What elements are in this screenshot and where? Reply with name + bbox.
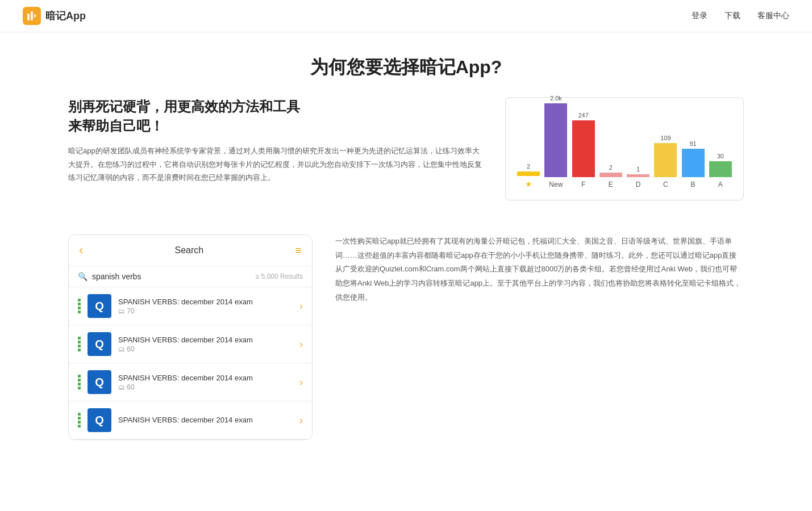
bar-label: A: [718, 181, 723, 189]
search-query-text: spanish verbs: [92, 272, 251, 281]
bar-label: C: [663, 181, 668, 189]
section2: ‹ Search ≡ 🔍 spanish verbs ≥ 5,000 Resul…: [0, 234, 812, 440]
card-icon: Q: [88, 294, 111, 318]
bar-rect: [627, 174, 649, 177]
bar-value: 109: [660, 135, 671, 141]
bar-label: New: [549, 181, 563, 189]
bar-value: 2: [527, 163, 530, 170]
bar-value: 1: [636, 166, 640, 173]
bar-value: 2.0k: [550, 95, 562, 102]
chart-bar-group: 2★: [515, 163, 542, 189]
chart-bars: 2★2.0kNew247F2E1D109C91B30A: [515, 109, 734, 189]
card-dot: [78, 375, 81, 378]
card-arrow-icon: ›: [299, 414, 303, 426]
svg-rect-1: [31, 11, 33, 20]
card-item[interactable]: QSPANISH VERBS: december 2014 exam🗂 60›: [69, 325, 312, 363]
card-name: SPANISH VERBS: december 2014 exam: [118, 416, 293, 424]
card-dot: [78, 307, 81, 309]
nav-download[interactable]: 下载: [724, 11, 740, 21]
card-name: SPANISH VERBS: december 2014 exam: [118, 298, 293, 306]
phone-screen-title: Search: [174, 245, 203, 256]
bar-rect: [654, 143, 677, 177]
card-icon: Q: [88, 370, 111, 394]
phone-header: ‹ Search ≡: [69, 235, 312, 266]
card-name: SPANISH VERBS: december 2014 exam: [118, 336, 293, 344]
bar-label: B: [691, 181, 696, 189]
chart-bar-group: 30A: [707, 153, 734, 189]
card-dots: [78, 413, 81, 428]
card-info: SPANISH VERBS: december 2014 exam🗂 70: [118, 298, 293, 315]
nav-links: 登录 下载 客服中心: [692, 11, 789, 21]
search-results-count: ≥ 5,000 Results: [256, 273, 303, 280]
card-arrow-icon: ›: [299, 376, 303, 388]
logo[interactable]: 暗记App: [23, 7, 86, 25]
chart-area: 2★2.0kNew247F2E1D109C91B30A: [505, 97, 744, 200]
card-dots: [78, 299, 81, 313]
section1-left: 别再死记硬背，用更高效的方法和工具来帮助自己吧！ 暗记app的研发团队成员有神经…: [68, 97, 482, 184]
card-count: 🗂 60: [118, 383, 293, 391]
card-dots: [78, 337, 81, 351]
bar-star-label: ★: [525, 179, 532, 189]
card-icon: Q: [88, 332, 111, 356]
card-arrow-icon: ›: [299, 338, 303, 350]
nav-login[interactable]: 登录: [692, 11, 707, 21]
card-dot: [78, 421, 81, 424]
card-dot: [78, 311, 81, 313]
chart-bar-group: 91B: [680, 140, 707, 189]
chart-bar-group: 1D: [624, 166, 652, 189]
svg-rect-0: [27, 14, 30, 20]
bar-value: 247: [578, 112, 588, 119]
bar-label: E: [609, 181, 613, 189]
card-dot: [78, 341, 81, 344]
bar-rect: [572, 120, 595, 177]
chart-bar-group: 2E: [597, 164, 624, 189]
card-item[interactable]: QSPANISH VERBS: december 2014 exam›: [69, 401, 312, 439]
card-dot: [78, 387, 81, 389]
back-button[interactable]: ‹: [79, 243, 83, 258]
menu-button[interactable]: ≡: [295, 244, 302, 257]
card-dot: [78, 349, 81, 351]
svg-marker-2: [34, 14, 36, 18]
card-icon: Q: [88, 408, 111, 432]
section1-heading: 别再死记硬背，用更高效的方法和工具来帮助自己吧！: [68, 97, 482, 135]
card-dot: [78, 379, 81, 382]
card-dot: [78, 383, 81, 386]
bar-rect: [517, 171, 540, 176]
card-item[interactable]: QSPANISH VERBS: december 2014 exam🗂 60›: [69, 363, 312, 401]
card-dot: [78, 425, 81, 428]
bar-rect: [599, 173, 622, 177]
card-info: SPANISH VERBS: december 2014 exam: [118, 416, 293, 425]
card-dots: [78, 375, 81, 389]
card-name: SPANISH VERBS: december 2014 exam: [118, 374, 293, 382]
nav-support[interactable]: 客服中心: [757, 11, 789, 21]
card-arrow-icon: ›: [299, 300, 303, 312]
card-dot: [78, 299, 81, 301]
card-dot: [78, 303, 81, 305]
card-count: 🗂 70: [118, 307, 293, 315]
chart-bar-group: 247F: [570, 112, 597, 189]
bar-rect: [709, 161, 732, 177]
chart-container: 2★2.0kNew247F2E1D109C91B30A: [505, 97, 744, 200]
logo-icon: [23, 7, 41, 25]
bar-rect: [682, 149, 705, 177]
card-info: SPANISH VERBS: december 2014 exam🗂 60: [118, 336, 293, 353]
bar-label: D: [636, 181, 641, 189]
logo-text: 暗记App: [45, 9, 86, 23]
search-bar: 🔍 spanish verbs ≥ 5,000 Results: [69, 266, 312, 287]
card-list: QSPANISH VERBS: december 2014 exam🗂 70›Q…: [69, 287, 312, 439]
navbar: 暗记App 登录 下载 客服中心: [0, 0, 812, 32]
card-dot: [78, 337, 81, 340]
card-item[interactable]: QSPANISH VERBS: december 2014 exam🗂 70›: [69, 287, 312, 325]
bar-value: 30: [717, 153, 724, 160]
chart-bar-group: 109C: [652, 135, 679, 189]
phone-mockup: ‹ Search ≡ 🔍 spanish verbs ≥ 5,000 Resul…: [68, 234, 313, 440]
bar-label: F: [581, 181, 585, 189]
search-icon: 🔍: [78, 272, 88, 281]
section1: 别再死记硬背，用更高效的方法和工具来帮助自己吧！ 暗记app的研发团队成员有神经…: [0, 97, 812, 200]
page-title: 为何您要选择暗记App?: [0, 32, 812, 97]
section2-body: 一次性购买暗记app就已经拥有了其现有的海量公开暗记包，托福词汇大全、美国之音、…: [335, 234, 744, 304]
bar-value: 2: [609, 164, 613, 171]
chart-bar-group: 2.0kNew: [542, 95, 569, 189]
card-info: SPANISH VERBS: december 2014 exam🗂 60: [118, 374, 293, 391]
card-count: 🗂 60: [118, 345, 293, 353]
